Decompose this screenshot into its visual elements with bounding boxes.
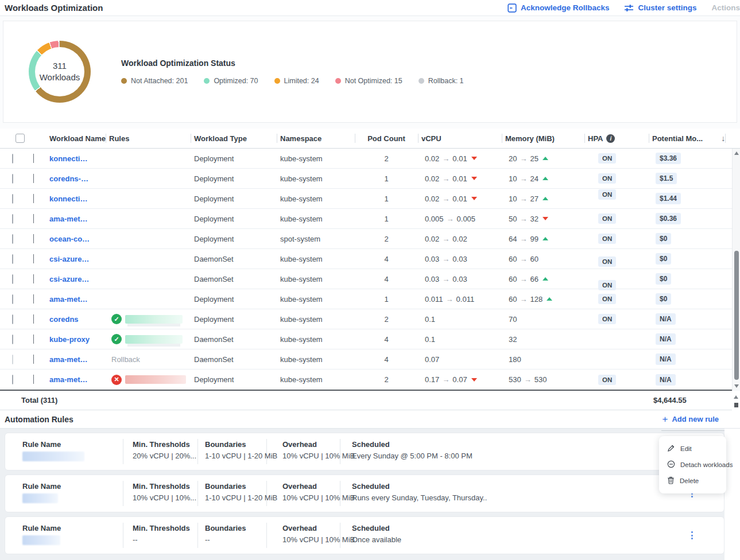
card-divider xyxy=(197,481,198,506)
workload-type-cell: Deployment xyxy=(191,375,277,384)
redacted-rule-name[interactable] xyxy=(125,335,183,344)
column-hpa[interactable]: HPA i xyxy=(584,129,649,148)
workload-name-link[interactable]: konnecti… xyxy=(46,154,106,163)
scroll-down-arrow[interactable] xyxy=(734,384,739,388)
overhead-section: Overhead10% vCPU | 10% MiB xyxy=(282,440,355,460)
select-all-checkbox[interactable] xyxy=(16,134,25,143)
expand-chevron-icon[interactable] xyxy=(33,174,34,183)
arrow-right-icon: → xyxy=(447,215,454,223)
menu-item-delete[interactable]: Delete xyxy=(659,473,726,489)
redacted-rule-name[interactable] xyxy=(125,375,186,384)
row-checkbox[interactable] xyxy=(12,375,13,384)
expand-chevron-icon[interactable] xyxy=(33,274,34,283)
row-checkbox[interactable] xyxy=(12,355,13,364)
expand-chevron-icon[interactable] xyxy=(33,234,34,243)
expand-chevron-icon[interactable] xyxy=(33,214,34,223)
expand-chevron-icon[interactable] xyxy=(33,375,34,384)
rule-kebab-menu-icon[interactable] xyxy=(689,529,695,542)
header-checkbox-cell xyxy=(0,129,26,148)
metric-recommended: 24 xyxy=(530,174,538,183)
namespace-cell: kube-system xyxy=(277,275,355,283)
row-checkbox[interactable] xyxy=(12,314,13,324)
row-checkbox[interactable] xyxy=(12,335,13,344)
column-pod-count[interactable]: Pod Count xyxy=(355,129,418,148)
column-rules[interactable]: Rules xyxy=(106,129,191,148)
card-divider xyxy=(123,439,123,464)
table-row: csi-azure…DaemonSetkube-system40.03→0.03… xyxy=(0,249,740,269)
row-checkbox-cell xyxy=(0,174,26,183)
metric-cell: 32 xyxy=(502,335,584,344)
column-namespace[interactable]: Namespace xyxy=(277,129,355,148)
column-workload-name[interactable]: Workload Name xyxy=(46,129,106,148)
expand-chevron-icon[interactable] xyxy=(33,294,34,304)
redacted-rule-name[interactable] xyxy=(125,315,183,324)
legend-dot-icon xyxy=(204,78,210,84)
actions-button[interactable]: Actions xyxy=(711,3,740,12)
expand-cell xyxy=(26,335,46,344)
workload-name-link[interactable]: ocean-co… xyxy=(46,235,106,243)
page-scroll-up-arrow[interactable] xyxy=(734,395,738,399)
summary-section: 311 Workloads Workload Optimization Stat… xyxy=(0,16,740,129)
column-memory[interactable]: Memory (MiB) xyxy=(502,129,584,148)
page-scrollbar-thumb[interactable] xyxy=(734,403,738,407)
metric-recommended: 0.01 xyxy=(452,195,467,203)
row-checkbox[interactable] xyxy=(12,294,13,304)
row-checkbox[interactable] xyxy=(12,274,13,284)
column-vcpu[interactable]: vCPU xyxy=(418,129,502,148)
menu-item-detach-workloads[interactable]: Detach workloads xyxy=(659,457,726,473)
acknowledge-rollbacks-button[interactable]: Acknowledge Rollbacks xyxy=(507,3,610,13)
arrow-right-icon: → xyxy=(442,275,450,283)
metric-current: 70 xyxy=(509,315,517,324)
scroll-up-arrow[interactable] xyxy=(734,151,739,155)
arrow-right-icon: → xyxy=(520,235,527,243)
column-potential-monthly[interactable]: Potential Mo... ↓ xyxy=(649,129,726,148)
sort-desc-arrow[interactable]: ↓ xyxy=(721,134,725,143)
hpa-cell: ON xyxy=(584,375,649,385)
workload-name-link[interactable]: ama-met… xyxy=(46,215,106,223)
add-new-rule-button[interactable]: + Add new rule xyxy=(662,414,719,424)
acknowledge-icon xyxy=(507,3,517,13)
potential-cell: $0 xyxy=(649,233,726,244)
page-scrollbar[interactable] xyxy=(732,394,740,412)
workload-name-link[interactable]: coredns xyxy=(46,315,106,324)
workload-name-link[interactable]: kube-proxy xyxy=(46,335,106,344)
potential-savings-badge: $0 xyxy=(656,273,671,285)
scrollbar-thumb[interactable] xyxy=(734,251,739,380)
table-scrollbar[interactable] xyxy=(732,149,740,391)
row-checkbox[interactable] xyxy=(12,254,13,264)
workload-name-link[interactable]: ama-met… xyxy=(46,295,106,304)
expand-chevron-icon[interactable] xyxy=(33,194,34,203)
overhead-label: Overhead xyxy=(282,440,355,449)
row-checkbox[interactable] xyxy=(12,214,13,224)
expand-chevron-icon[interactable] xyxy=(33,335,34,344)
card-divider xyxy=(123,481,123,506)
hpa-info-icon[interactable]: i xyxy=(606,134,615,143)
workload-name-link[interactable]: coredns-… xyxy=(46,174,106,183)
expand-chevron-icon[interactable] xyxy=(33,254,34,263)
row-checkbox[interactable] xyxy=(12,154,13,164)
column-workload-type[interactable]: Workload Type xyxy=(191,129,277,148)
donut-center-label: 311 Workloads xyxy=(35,47,84,96)
workload-name-link[interactable]: ama-met… xyxy=(46,375,106,384)
metric-cell: 0.02→0.02 xyxy=(418,235,502,243)
expand-chevron-icon[interactable] xyxy=(33,314,34,324)
workload-name-link[interactable]: csi-azure… xyxy=(46,255,106,263)
workload-name-link[interactable]: ama-met… xyxy=(46,355,106,364)
workload-name-link[interactable]: csi-azure… xyxy=(46,275,106,283)
workload-type-cell: Deployment xyxy=(191,215,277,223)
expand-chevron-icon[interactable] xyxy=(33,154,34,163)
legend-label: Not Optimized: 15 xyxy=(345,77,402,85)
min-thresholds-section: Min. Thresholds20% vCPU | 20%... xyxy=(133,440,196,460)
menu-item-edit[interactable]: Edit xyxy=(659,441,726,457)
row-checkbox[interactable] xyxy=(12,234,13,244)
overhead-value: 10% vCPU | 10% MiB xyxy=(282,493,355,502)
workload-name-link[interactable]: konnecti… xyxy=(46,195,106,203)
row-checkbox[interactable] xyxy=(12,194,13,204)
metric-current: 50 xyxy=(509,215,517,223)
cluster-settings-button[interactable]: Cluster settings xyxy=(624,3,696,13)
legend-item: Not Optimized: 15 xyxy=(335,77,402,85)
trend-up-icon xyxy=(543,237,548,240)
row-checkbox[interactable] xyxy=(12,174,13,184)
pod-count-cell: 1 xyxy=(355,195,418,203)
expand-chevron-icon[interactable] xyxy=(33,355,34,364)
